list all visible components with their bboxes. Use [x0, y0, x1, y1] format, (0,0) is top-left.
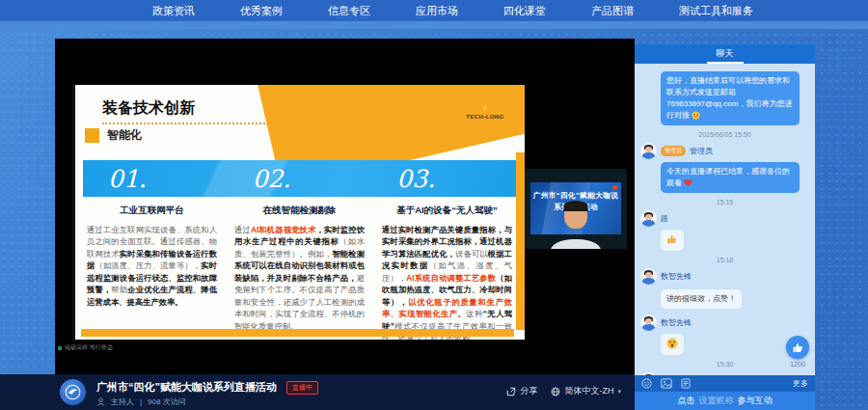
slide-subtitle: 智能化 — [107, 127, 142, 144]
message-bubble: 您好，直播结束后可以将您的需求和联系方式发送至邮箱769633697@qq.co… — [661, 71, 800, 125]
emoji-picker-icon[interactable] — [641, 378, 652, 389]
slide-footer-bar — [81, 329, 514, 337]
host-label: 主持人 — [111, 396, 134, 407]
webcam-banner-line1: 广州市“四化”赋能大咖说 — [530, 191, 621, 201]
player-controls: 分享 简体中文-ZH ▾ — [506, 385, 621, 397]
slide-column-2: 在线智能检测剔除 通过AI和机器视觉技术，实时监控饮用水生产过程中的关键指标（如… — [231, 205, 368, 340]
like-widget: 1200 — [786, 336, 809, 368]
column-2-heading: 在线智能检测剔除 — [234, 205, 365, 217]
like-button[interactable] — [786, 336, 809, 359]
player-bottom-bar: 广州市“四化”赋能大咖说系列直播活动 直播中 主持人 | 908 次访问 分享 — [0, 374, 635, 410]
orange-square-bullet-icon — [85, 128, 99, 143]
more-button[interactable]: 更多 — [793, 378, 808, 389]
column-1-body: 通过工业互联网实现设备、系统和人员之间的全面互联。通过传感器、物联网技术实时采集… — [87, 224, 217, 308]
language-selector[interactable]: 简体中文-ZH ▾ — [551, 385, 621, 397]
nav-item-classroom[interactable]: 四化课堂 — [503, 4, 546, 18]
chat-toolbar: 更多 — [635, 375, 815, 392]
nav-item-info[interactable]: 信息专区 — [328, 4, 370, 18]
chat-message: 管理员 管理员 今天的直播课程已结束，感谢各位的观看 — [640, 143, 809, 193]
chat-message: 数智先锋 讲的很细致，点赞！ — [640, 268, 809, 309]
sender-name: 数智先锋 — [661, 317, 692, 328]
message-bubble — [661, 230, 684, 251]
nav-item-policy[interactable]: 政策资讯 — [152, 4, 195, 18]
thumbs-up-icon — [792, 342, 804, 354]
visit-count: 908 次访问 — [148, 396, 186, 407]
slide-title: 装备技术创新 — [102, 98, 449, 124]
video-watermark: 砥砺深耕 笃行致远 — [58, 343, 113, 352]
set-nickname-link[interactable]: 设置昵称 — [699, 395, 734, 407]
admin-badge: 管理员 — [661, 146, 686, 156]
chat-timestamp: 15:15 — [640, 199, 809, 205]
thumbs-up-emoji-icon — [666, 233, 678, 245]
chat-panel: 聊天 您好，直播结束后可以将您的需求和联系方式发送至邮箱769633697@qq… — [635, 44, 815, 410]
image-upload-icon[interactable] — [661, 378, 672, 389]
speaker-silhouette — [550, 203, 602, 249]
nav-item-market[interactable]: 应用市场 — [416, 4, 458, 18]
share-label: 分享 — [520, 385, 537, 397]
share-icon — [506, 387, 516, 396]
number-band: 01. 02. 03. — [83, 160, 516, 197]
live-stream-page: 政策资讯 优秀案例 信息专区 应用市场 四化课堂 产品图谱 测试工具和服务 装备… — [0, 0, 868, 410]
top-navbar: 政策资讯 优秀案例 信息专区 应用市场 四化课堂 产品图谱 测试工具和服务 — [0, 0, 868, 21]
message-bubble — [661, 334, 684, 355]
chat-message: 智数云网 行业痛点分析得很到位！ — [640, 372, 809, 375]
watermark-text: 砥砺深耕 笃行致远 — [65, 343, 113, 352]
notes-icon[interactable] — [681, 378, 691, 389]
eagle-emblem-icon — [65, 384, 81, 400]
chat-message: 路 — [640, 210, 809, 251]
host-person-icon — [96, 397, 105, 406]
slide-right-strip — [516, 152, 525, 330]
navbar-substrip — [0, 21, 868, 29]
user-avatar — [640, 372, 657, 375]
chat-message: 您好，直播结束后可以将您的需求和联系方式发送至邮箱769633697@qq.co… — [640, 71, 809, 125]
chat-timestamp: 15:30 — [640, 361, 809, 368]
chat-timestamp: 15:18 — [640, 257, 809, 263]
user-avatar — [640, 314, 657, 331]
column-3-body: 通过实时检测产品关键质量指标，与实时采集的外界工况指标，通过机器学习算法匹配优化… — [382, 224, 512, 340]
chat-timestamp: 2025/06/05 15:50 — [640, 131, 809, 138]
number-01: 01. — [83, 165, 228, 193]
number-03: 03. — [371, 165, 516, 193]
column-2-body: 通过AI和机器视觉技术，实时监控饮用水生产过程中的关键指标（如水质、包装完整性）… — [234, 224, 365, 332]
chat-header: 聊天 — [635, 44, 815, 64]
nav-item-product-map[interactable]: 产品图谱 — [591, 4, 634, 18]
sender-name: 路 — [661, 213, 668, 224]
speaker-hair — [564, 201, 588, 211]
slide-column-1: 工业互联网平台 通过工业互联网实现设备、系统和人员之间的全面互联。通过传感器、物… — [83, 205, 221, 340]
number-02: 02. — [228, 165, 372, 193]
wow-emoji-icon — [666, 338, 678, 349]
sender-name: 管理员 — [690, 146, 713, 156]
chat-message: 数智先锋 — [640, 314, 809, 355]
tab-chat[interactable]: 聊天 — [707, 45, 744, 64]
nav-item-test-tools[interactable]: 测试工具和服务 — [679, 4, 753, 18]
user-avatar — [640, 268, 657, 285]
column-3-heading: 基于AI的设备“无人驾驶” — [382, 205, 512, 217]
language-label: 简体中文-ZH — [564, 385, 613, 397]
brand-circle-icon: ⚡ — [480, 103, 490, 113]
webcam-logo-icon — [612, 185, 617, 190]
channel-avatar — [60, 379, 86, 405]
cta-suffix: 参与互动 — [738, 395, 773, 407]
slide-subtitle-row: 智能化 — [85, 127, 142, 144]
nav-item-cases[interactable]: 优秀案例 — [240, 4, 283, 18]
brand-name: TECH-LONG — [463, 114, 507, 120]
stream-title-row: 广州市“四化”赋能大咖说系列直播活动 直播中 — [96, 380, 318, 395]
column-1-heading: 工业互联网平台 — [87, 205, 217, 217]
presentation-slide: 装备技术创新 ⚡ TECH-LONG 智能化 01. 02. 03. 工业互联网… — [72, 85, 525, 340]
heart-emoji-icon — [684, 178, 692, 187]
like-count: 1200 — [786, 361, 809, 368]
video-player[interactable]: 装备技术创新 ⚡ TECH-LONG 智能化 01. 02. 03. 工业互联网… — [55, 39, 635, 374]
chat-messages: 您好，直播结束后可以将您的需求和联系方式发送至邮箱769633697@qq.co… — [635, 64, 815, 375]
cta-prefix: 点击 — [678, 395, 695, 407]
speaker-body — [551, 239, 601, 249]
tech-long-logo: ⚡ TECH-LONG — [463, 96, 507, 120]
sender-name: 数智先锋 — [661, 271, 692, 282]
user-avatar — [640, 143, 657, 159]
message-bubble: 今天的直播课程已结束，感谢各位的观看 — [661, 162, 800, 193]
message-bubble: 讲的很细致，点赞！ — [661, 289, 742, 309]
share-button[interactable]: 分享 — [506, 385, 537, 397]
stream-meta: 主持人 | 908 次访问 — [96, 396, 186, 407]
speaker-webcam: 广州市“四化”赋能大咖说 系列直播活动 — [525, 169, 627, 249]
nickname-cta-bar[interactable]: 点击 设置昵称 参与互动 — [635, 392, 815, 410]
watermark-dot-icon — [58, 346, 62, 350]
